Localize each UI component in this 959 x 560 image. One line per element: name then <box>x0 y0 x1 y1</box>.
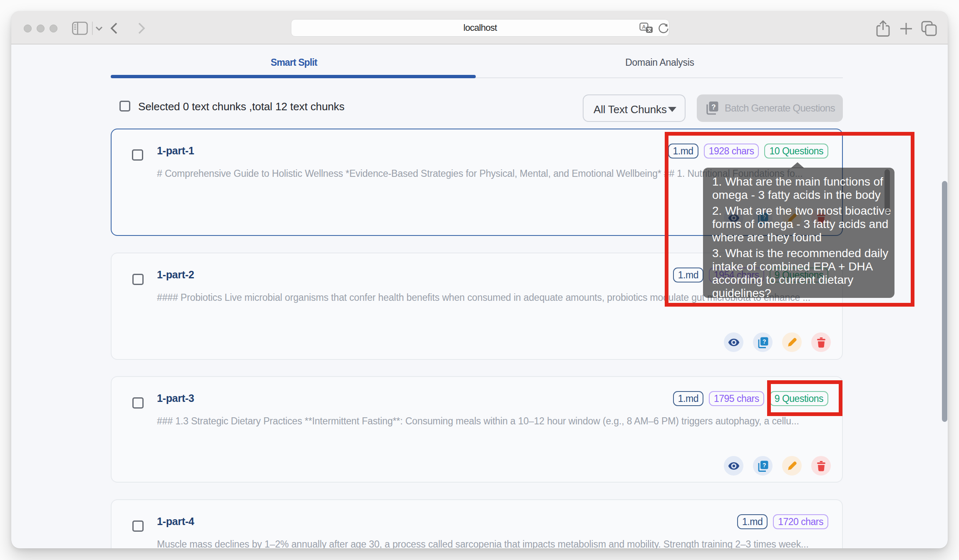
svg-text:A: A <box>642 24 646 30</box>
svg-text:?: ? <box>711 103 716 111</box>
svg-text:?: ? <box>762 462 766 468</box>
svg-text:?: ? <box>762 338 766 345</box>
